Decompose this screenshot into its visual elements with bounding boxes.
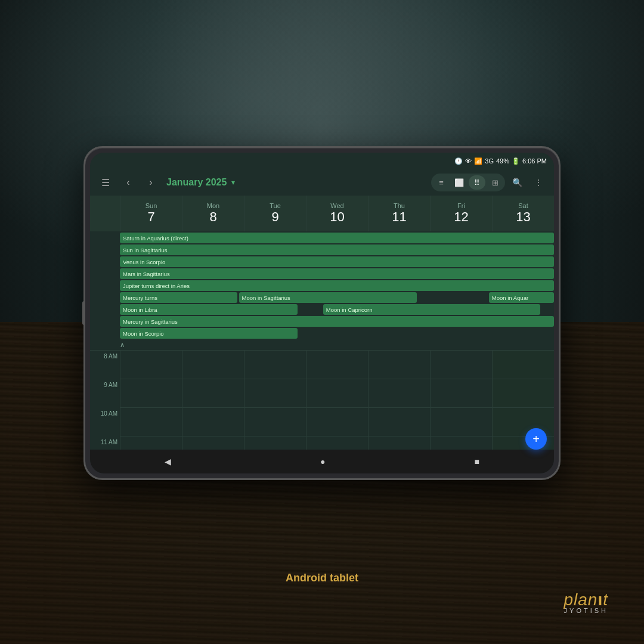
- grid-col-thu: [368, 351, 430, 450]
- day-num-fri: 12: [454, 209, 468, 225]
- day-col-sat: Sat 13: [492, 196, 554, 231]
- day-num-sun: 7: [147, 209, 154, 225]
- event-moon-aquarius[interactable]: Moon in Aquar: [489, 292, 554, 303]
- view-list-btn[interactable]: ≡: [433, 175, 450, 190]
- expand-button[interactable]: ∧: [120, 341, 125, 349]
- event-moon-libra[interactable]: Moon in Libra: [120, 304, 298, 315]
- event-sun[interactable]: Sun in Sagittarius: [120, 244, 554, 255]
- event-row-mercury-moon-sag: Mercury turns Moon in Sagittarius Moon i…: [120, 292, 554, 303]
- day-col-fri: Fri 12: [430, 196, 492, 231]
- event-row-venus[interactable]: Venus in Scorpio: [120, 256, 554, 267]
- gap-spacer: [419, 292, 487, 303]
- next-button[interactable]: ›: [141, 173, 160, 192]
- grid-col-fri: [430, 351, 492, 450]
- month-title[interactable]: January 2025: [166, 177, 227, 188]
- side-button[interactable]: [82, 301, 85, 325]
- grid-col-mon: [182, 351, 244, 450]
- tablet-frame: 🕐 👁 📶 3G 49% 🔋 6:06 PM ☰ ‹ ›: [83, 146, 561, 480]
- event-row-saturn[interactable]: Saturn in Aquarius (direct): [120, 233, 554, 243]
- event-moon-sagittarius[interactable]: Moon in Sagittarius: [239, 292, 417, 303]
- status-icons: 🕐 👁 📶 3G 49% 🔋 6:06 PM: [454, 157, 547, 165]
- day-col-thu: Thu 11: [368, 196, 430, 231]
- day-name-sun: Sun: [145, 202, 157, 209]
- time-label-10am: 10 AM: [90, 408, 120, 436]
- day-name-thu: Thu: [394, 202, 405, 209]
- grid-col-wed: [306, 351, 368, 450]
- calendar-header: Sun 7 Mon 8 Tue 9 Wed 10 Thu 11: [90, 196, 554, 231]
- events-area: Saturn in Aquarius (direct) Sun in Sagit…: [90, 231, 554, 351]
- events-container: Saturn in Aquarius (direct) Sun in Sagit…: [90, 231, 554, 340]
- event-jupiter[interactable]: Jupiter turns direct in Aries: [120, 280, 554, 291]
- add-event-fab[interactable]: +: [525, 428, 547, 450]
- event-mercury-turns[interactable]: Mercury turns: [120, 292, 237, 303]
- view-week-btn[interactable]: ⬜: [451, 175, 467, 190]
- search-button[interactable]: 🔍: [507, 173, 527, 192]
- grid-col-sun: [120, 351, 182, 450]
- recent-apps-button[interactable]: ■: [475, 457, 479, 466]
- time-display: 6:06 PM: [522, 157, 547, 165]
- day-columns: Sun 7 Mon 8 Tue 9 Wed 10 Thu 11: [120, 196, 554, 231]
- brand-subtitle: JYOTISH: [564, 607, 609, 614]
- menu-button[interactable]: ☰: [96, 173, 115, 192]
- back-button[interactable]: ◀: [165, 457, 171, 466]
- clock-icon: 🕐: [454, 157, 463, 165]
- event-mercury-sagittarius[interactable]: Mercury in Sagittarius: [120, 316, 554, 327]
- event-moon-capricorn[interactable]: Moon in Capricorn: [323, 304, 540, 315]
- battery-label: 49%: [496, 157, 509, 165]
- event-moon-scorpio[interactable]: Moon in Scorpio: [120, 328, 298, 339]
- hamburger-icon: ☰: [101, 177, 110, 188]
- plus-icon: +: [532, 432, 540, 446]
- signal-label: 3G: [485, 157, 494, 165]
- event-saturn[interactable]: Saturn in Aquarius (direct): [120, 233, 554, 243]
- wifi-icon: 📶: [474, 157, 482, 165]
- day-col-sun: Sun 7: [120, 196, 182, 231]
- time-label-11am: 11 AM: [90, 436, 120, 450]
- eye-icon: 👁: [465, 157, 472, 165]
- time-column-header: [90, 196, 120, 231]
- event-row-mars[interactable]: Mars in Sagittarius: [120, 268, 554, 279]
- dropdown-arrow[interactable]: ▾: [231, 178, 235, 187]
- bottom-nav: ◀ ● ■: [90, 450, 554, 473]
- day-name-sat: Sat: [518, 202, 528, 209]
- prev-button[interactable]: ‹: [119, 173, 138, 192]
- gap-spacer2: [299, 304, 321, 315]
- day-num-wed: 10: [330, 209, 344, 225]
- brand-it: ı: [597, 590, 603, 609]
- time-labels: 8 AM 9 AM 10 AM 11 AM: [90, 351, 120, 450]
- event-row-sun[interactable]: Sun in Sagittarius: [120, 244, 554, 255]
- view-grid-btn[interactable]: ⠿: [469, 175, 485, 190]
- day-name-wed: Wed: [330, 202, 343, 209]
- time-label-8am: 8 AM: [90, 351, 120, 379]
- chevron-right-icon: ›: [149, 177, 152, 188]
- day-col-mon: Mon 8: [182, 196, 244, 231]
- day-col-tue: Tue 9: [244, 196, 306, 231]
- event-row-moon-scorpio: Moon in Scorpio: [120, 328, 554, 339]
- more-button[interactable]: ⋮: [529, 173, 548, 192]
- battery-icon: 🔋: [512, 157, 520, 165]
- status-bar: 🕐 👁 📶 3G 49% 🔋 6:06 PM: [90, 153, 554, 169]
- day-num-mon: 8: [209, 209, 216, 225]
- day-name-mon: Mon: [207, 202, 219, 209]
- event-row-mercury-sag[interactable]: Mercury in Sagittarius: [120, 316, 554, 327]
- search-icon: 🔍: [512, 178, 522, 187]
- branding: planıt JYOTISH: [564, 590, 609, 614]
- expand-row: ∧: [90, 340, 554, 350]
- event-row-moon-libra-cap: Moon in Libra Moon in Capricorn: [120, 304, 554, 315]
- day-name-tue: Tue: [270, 202, 281, 209]
- home-button[interactable]: ●: [320, 457, 325, 466]
- toolbar: ☰ ‹ › January 2025 ▾ ≡ ⬜ ⠿ ⊞: [90, 169, 554, 196]
- day-num-thu: 11: [392, 209, 406, 225]
- event-venus[interactable]: Venus in Scorpio: [120, 256, 554, 267]
- device-label: Android tablet: [286, 572, 358, 584]
- event-mars[interactable]: Mars in Sagittarius: [120, 268, 554, 279]
- tablet-screen: 🕐 👁 📶 3G 49% 🔋 6:06 PM ☰ ‹ ›: [90, 153, 554, 473]
- time-grid: 8 AM 9 AM 10 AM 11 AM: [90, 351, 554, 450]
- day-name-fri: Fri: [457, 202, 465, 209]
- more-icon: ⋮: [534, 178, 543, 187]
- event-row-jupiter[interactable]: Jupiter turns direct in Aries: [120, 280, 554, 291]
- toolbar-left: ☰ ‹ › January 2025 ▾: [96, 173, 428, 192]
- time-label-9am: 9 AM: [90, 379, 120, 408]
- view-buttons: ≡ ⬜ ⠿ ⊞: [431, 174, 505, 191]
- view-month-btn[interactable]: ⊞: [487, 175, 503, 190]
- day-col-wed: Wed 10: [306, 196, 368, 231]
